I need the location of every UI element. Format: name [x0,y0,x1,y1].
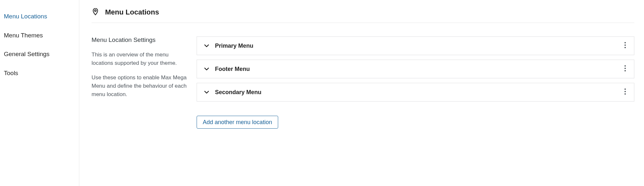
settings-column: Menu Location Settings This is an overvi… [92,36,187,129]
location-row-primary-menu[interactable]: Primary Menu [197,36,634,55]
sidebar-item-label: General Settings [4,51,50,57]
locations-column: Primary Menu Footer Menu [197,36,634,129]
location-label: Secondary Menu [215,89,622,96]
svg-point-9 [624,93,626,95]
sidebar-item-tools[interactable]: Tools [4,66,79,82]
body-row: Menu Location Settings This is an overvi… [92,36,634,129]
kebab-icon [624,42,626,50]
svg-point-6 [624,70,626,72]
more-options-button[interactable] [622,87,628,97]
svg-point-4 [624,65,626,67]
sidebar-item-label: Menu Themes [4,32,43,39]
svg-point-0 [94,10,96,11]
svg-point-5 [624,68,626,69]
location-label: Footer Menu [215,66,622,73]
chevron-down-icon [203,67,210,71]
settings-title: Menu Location Settings [92,36,187,44]
svg-point-3 [624,47,626,48]
settings-desc-1: This is an overview of the menu location… [92,51,187,68]
page-title: Menu Locations [105,8,159,16]
sidebar-item-label: Menu Locations [4,13,47,20]
svg-point-2 [624,44,626,46]
chevron-down-icon [203,44,210,48]
more-options-button[interactable] [622,41,628,51]
sidebar-item-label: Tools [4,70,18,76]
sidebar-item-menu-locations[interactable]: Menu Locations [4,9,79,25]
location-pin-icon [92,8,99,17]
add-menu-location-button[interactable]: Add another menu location [197,116,278,129]
svg-point-8 [624,91,626,92]
settings-desc-2: Use these options to enable Max Mega Men… [92,73,187,99]
sidebar-item-menu-themes[interactable]: Menu Themes [4,28,79,44]
sidebar: Menu Locations Menu Themes General Setti… [0,0,79,186]
main: Menu Locations Menu Location Settings Th… [79,0,644,186]
sidebar-item-general-settings[interactable]: General Settings [4,47,79,63]
kebab-icon [624,88,626,96]
location-row-footer-menu[interactable]: Footer Menu [197,60,634,78]
more-options-button[interactable] [622,64,628,74]
location-row-secondary-menu[interactable]: Secondary Menu [197,83,634,102]
location-label: Primary Menu [215,43,622,49]
chevron-down-icon [203,90,210,94]
page-header: Menu Locations [92,8,634,23]
kebab-icon [624,65,626,73]
svg-point-1 [624,42,626,44]
svg-point-7 [624,89,626,90]
